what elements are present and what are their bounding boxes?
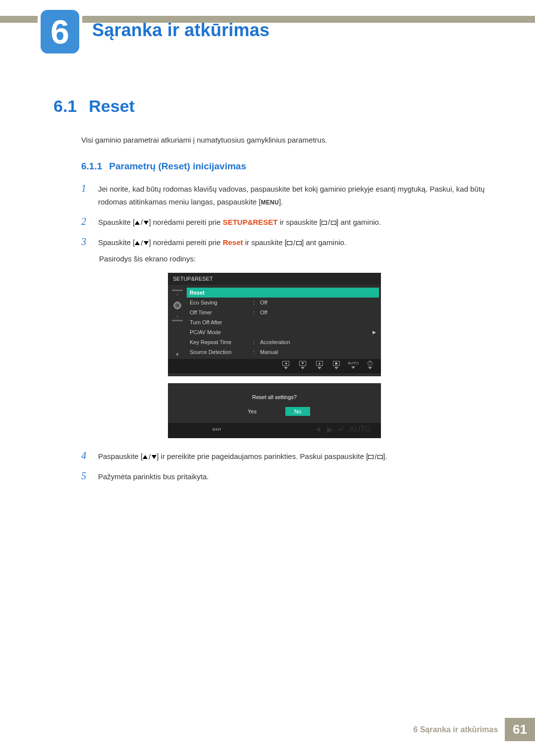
osd-screenshot: SETUP&RESET ▪ ▪ ▼ Reset Eco Saving:Off O… [168,273,381,438]
osd-confirm-panel: Reset all settings? Yes No EXIT ◄ ▶ ↵ AU… [168,383,381,438]
step-text-part: Jei norite, kad būtų rodomas klavišų vad… [98,185,484,206]
osd-nav-bar: ◄ ▼ ▲ ▶ AUTO [168,359,381,373]
footer-page-number: 61 [505,718,535,741]
source-enter-icon: / [287,237,302,250]
nav-down-icon: ▼ [297,361,309,369]
nav-exit: EXIT [213,427,221,432]
step-text: Paspauskite [ / ] ir pereikite prie page… [98,450,387,463]
osd-row-off-timer: Off Timer:Off [187,307,379,317]
step-number: 2 [81,216,89,227]
nav-up-icon: ▲ [314,361,325,369]
section-title: Reset [89,97,135,116]
step-text: Pažymėta parinktis bus pritaikyta. [98,470,209,483]
step-text-part: Paspauskite [ [98,452,143,460]
source-enter-icon: / [321,216,336,229]
section-number: 6.1 [54,97,77,116]
nav-left-icon: ◄ [280,361,292,369]
step-number: 3 [81,236,89,247]
step-text-part: ] norėdami pereiti prie [149,238,222,247]
nav-auto: AUTO [347,361,359,369]
section-heading: 6.1 Reset [54,97,495,116]
chapter-number-badge: 6 [41,10,79,53]
step-text: Spauskite [ / ] norėdami pereiti prie SE… [98,216,381,229]
osd-menu-list: Reset Eco Saving:Off Off Timer:Off Turn … [187,288,379,357]
confirm-message: Reset all settings? [168,383,381,407]
step-text: Jei norite, kad būtų rodomas klavišų vad… [98,183,495,209]
chapter-title: Sąranka ir atkūrimas [92,20,269,41]
osd-menu-panel: SETUP&RESET ▪ ▪ ▼ Reset Eco Saving:Off O… [168,273,381,376]
osd-row-pcav-mode: PC/AV Mode▶ [187,327,379,337]
up-down-icon: / [135,237,149,250]
nav-auto: AUTO [349,425,371,434]
step-text-part: ] ir pereikite prie pageidaujamos parink… [157,452,368,460]
step-3-followup: Pasirodys šis ekrano rodinys: [99,254,495,263]
nav-left-icon: ◄ [314,425,322,434]
subsection-number: 6.1.1 [81,161,102,172]
subsection-title: Parametrų (Reset) inicijavimas [109,161,246,172]
target-label: SETUP&RESET [223,218,278,226]
step-number: 1 [81,183,89,194]
step-text-part: Spauskite [ [98,238,135,247]
osd-row-source-detection: Source Detection:Manual [187,347,379,357]
footer-chapter-label: 6 Sąranka ir atkūrimas [405,718,505,741]
chevron-right-icon: ▶ [373,330,376,335]
source-enter-icon: / [368,451,383,463]
osd-row-key-repeat: Key Repeat Time:Acceleration [187,337,379,347]
step-text-part: ir spauskite [ [243,238,287,247]
target-label: Reset [223,238,243,247]
step-number: 4 [81,450,89,461]
up-down-icon: / [135,216,149,229]
up-down-icon: / [143,451,157,463]
step-1: 1 Jei norite, kad būtų rodomas klavišų v… [81,183,495,209]
osd-row-reset: Reset [187,288,379,298]
osd-row-turn-off-after: Turn Off After [187,317,379,327]
page-footer: 6 Sąranka ir atkūrimas 61 [405,718,535,741]
step-text: Spauskite [ / ] norėdami pereiti prie Re… [98,236,346,250]
page-content: 6.1 Reset Visi gaminio parametrai atkuri… [54,97,495,490]
step-text-part: ir spauskite [ [278,218,321,226]
confirm-no: No [285,407,310,416]
nav-enter-icon: ↵ [338,425,344,434]
gear-icon [173,301,182,310]
osd-confirm-nav: EXIT ◄ ▶ ↵ AUTO [168,423,381,438]
menu-label: MENU [261,199,279,206]
section-intro-text: Visi gaminio parametrai atkuriami į numa… [81,136,495,144]
step-text-part: ] norėdami pereiti prie [149,218,222,226]
subsection-heading: 6.1.1 Parametrų (Reset) inicijavimas [81,161,495,172]
power-icon [364,361,376,369]
nav-right-icon: ▶ [327,425,333,434]
confirm-yes: Yes [239,407,266,416]
osd-row-eco-saving: Eco Saving:Off [187,298,379,307]
step-text-part: Spauskite [ [98,218,135,226]
nav-right-icon: ▶ [330,361,342,369]
step-number: 5 [81,470,89,481]
step-text-part: ]. [279,198,283,206]
step-text-part: ] ant gaminio. [336,218,381,226]
chevron-down-icon: ▼ [175,352,180,357]
step-4: 4 Paspauskite [ / ] ir pereikite prie pa… [81,450,495,463]
osd-side-icons: ▪ ▪ ▼ [170,288,185,357]
step-text-part: ] ant gaminio. [302,238,346,247]
step-5: 5 Pažymėta parinktis bus pritaikyta. [81,470,495,483]
step-text-part: ]. [383,452,387,460]
step-3: 3 Spauskite [ / ] norėdami pereiti prie … [81,236,495,250]
osd-title: SETUP&RESET [168,273,381,285]
step-2: 2 Spauskite [ / ] norėdami pereiti prie … [81,216,495,229]
